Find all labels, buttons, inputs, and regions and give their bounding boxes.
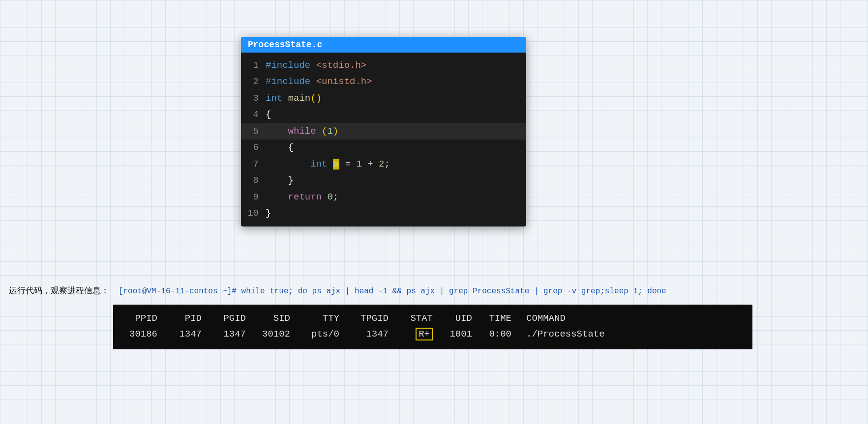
code-line-5: 5 while (1) — [241, 123, 526, 140]
header-pid: PID — [167, 311, 211, 326]
line-number: 5 — [241, 124, 259, 139]
line-content: { — [266, 108, 526, 122]
code-line-10: 10 } — [241, 205, 526, 222]
header-cmd: COMMAND — [521, 311, 610, 326]
terminal-header-row: PPID PID PGID SID TTY TPGID STAT UID TIM… — [123, 311, 743, 326]
header-stat: STAT — [398, 311, 443, 326]
data-stat: R+ — [398, 326, 443, 342]
line-number: 6 — [241, 141, 259, 155]
terminal-data-row: 30186 1347 1347 30102 pts/0 1347 R+ 1001… — [123, 326, 743, 342]
description-label: 运行代码，观察进程信息： — [9, 286, 109, 295]
code-line-1: 1 #include <stdio.h> — [241, 57, 526, 74]
header-ppid: PPID — [123, 311, 167, 326]
code-filename: ProcessState.c — [248, 40, 322, 50]
data-cmd: ./ProcessState — [521, 326, 615, 342]
stat-highlighted-value: R+ — [416, 328, 433, 340]
data-time: 0:00 — [482, 326, 521, 342]
code-title-bar: ProcessState.c — [241, 37, 526, 53]
line-content: int main() — [266, 91, 526, 106]
code-line-4: 4 { — [241, 107, 526, 123]
line-number: 1 — [241, 58, 259, 73]
header-tpgid: TPGID — [349, 311, 398, 326]
data-tty: pts/0 — [300, 326, 349, 342]
line-number: 4 — [241, 108, 259, 122]
description-area: 运行代码，观察进程信息： [root@VM-16-11-centos ~]# w… — [0, 285, 868, 296]
code-body: 1 #include <stdio.h> 2 #include <unistd.… — [241, 53, 526, 226]
code-line-7: 7 int a = 1 + 2; — [241, 156, 526, 172]
header-pgid: PGID — [211, 311, 256, 326]
header-uid: UID — [443, 311, 482, 326]
line-number: 8 — [241, 173, 259, 188]
data-pid: 1347 — [167, 326, 211, 342]
line-content: while (1) — [266, 124, 526, 139]
code-line-3: 3 int main() — [241, 90, 526, 107]
line-content: return 0; — [266, 190, 526, 204]
data-sid: 30102 — [256, 326, 300, 342]
line-content: { — [266, 141, 526, 155]
data-tpgid: 1347 — [349, 326, 398, 342]
data-ppid: 30186 — [123, 326, 167, 342]
line-content: #include <stdio.h> — [266, 58, 526, 73]
header-time: TIME — [482, 311, 521, 326]
header-tty: TTY — [300, 311, 349, 326]
data-uid: 1001 — [443, 326, 482, 342]
line-number: 9 — [241, 190, 259, 204]
code-line-6: 6 { — [241, 140, 526, 156]
line-content: } — [266, 206, 526, 221]
line-number: 10 — [241, 206, 259, 221]
header-sid: SID — [256, 311, 300, 326]
code-editor-window: ProcessState.c 1 #include <stdio.h> 2 #i… — [241, 37, 526, 226]
line-number: 3 — [241, 91, 259, 106]
line-content: } — [266, 173, 526, 188]
line-content: int a = 1 + 2; — [266, 157, 526, 171]
description-command: [root@VM-16-11-centos ~]# while true; do… — [119, 287, 666, 296]
code-line-8: 8 } — [241, 172, 526, 189]
data-pgid: 1347 — [211, 326, 256, 342]
terminal-output: PPID PID PGID SID TTY TPGID STAT UID TIM… — [113, 305, 752, 349]
line-number: 2 — [241, 75, 259, 89]
code-line-9: 9 return 0; — [241, 189, 526, 205]
line-content: #include <unistd.h> — [266, 75, 526, 89]
code-line-2: 2 #include <unistd.h> — [241, 74, 526, 90]
line-number: 7 — [241, 157, 259, 171]
